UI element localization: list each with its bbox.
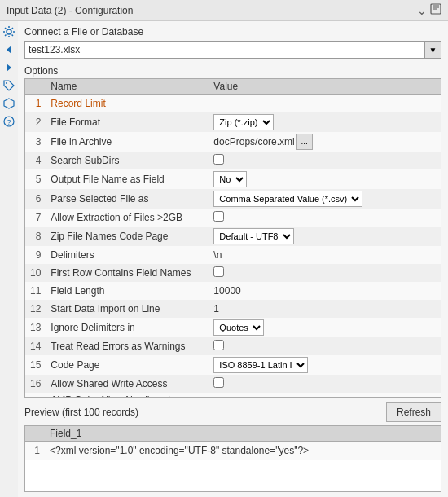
row-number: 10 [25,264,46,282]
row-value[interactable] [209,375,441,393]
refresh-button[interactable]: Refresh [386,402,441,422]
row-select[interactable]: Quotes [213,319,264,336]
row-value[interactable]: Zip (*.zip) [209,112,441,132]
sidebar-arrow-left-icon[interactable] [2,42,16,57]
row-value[interactable]: Default - UTF8 [209,227,441,246]
col-name: Name [46,79,209,95]
sidebar-arrow-right-icon[interactable] [2,60,16,75]
row-value [209,95,441,112]
row-number: 3 [25,132,46,152]
sidebar-gear-icon[interactable] [2,24,16,39]
row-checkbox[interactable] [213,340,224,350]
row-text-value: docProps/core.xml [213,135,294,147]
row-value: 1 [209,300,441,318]
row-number: 9 [25,246,46,264]
preview-col-field1: Field_1 [45,426,441,442]
title-bar: Input Data (2) - Configuration ⌄ [0,0,448,21]
table-row: 15Code PageISO 8859-1 Latin I [25,355,441,375]
svg-text:?: ? [7,118,11,126]
row-name: First Row Contains Field Names [46,264,209,282]
row-checkbox[interactable] [213,211,224,222]
row-name: Delimiters [46,246,209,264]
row-name: Parse Selected File as [46,189,209,209]
row-number: 14 [25,337,46,355]
row-select[interactable]: Default - UTF8 [213,228,294,244]
row-value[interactable] [209,152,441,169]
row-number: 17 [25,393,46,398]
options-label: Options [24,65,441,77]
preview-row-num: 1 [25,442,45,460]
row-name: Allow Shared Write Access [46,375,209,393]
row-name: Treat Read Errors as Warnings [46,337,209,355]
options-table: Name Value 1Record Limit2File FormatZip … [25,79,441,398]
svg-point-7 [6,82,7,84]
preview-table-container: Field_1 1<?xml version="1.0" encoding="U… [24,425,441,492]
preview-header-row: Field_1 [25,426,441,442]
collapse-icon[interactable]: ⌄ [417,4,427,17]
row-value[interactable]: No [209,169,441,189]
table-row: 5Output File Name as FieldNo [25,169,441,189]
row-value[interactable]: docProps/core.xml... [209,132,441,152]
table-row: 12Start Data Import on Line1 [25,300,441,318]
row-value[interactable]: Comma Separated Value (*.csv) [209,189,441,209]
main-container: Connect a File or Database ▼ Options Nam… [18,21,448,497]
row-name: Start Data Import on Line [46,300,209,318]
table-row: 14Treat Read Errors as Warnings [25,337,441,355]
row-value[interactable] [209,209,441,227]
row-number: 11 [25,282,46,300]
sidebar-tag-icon[interactable] [2,78,16,93]
preview-row: 1<?xml version="1.0" encoding="UTF-8" st… [25,442,441,460]
table-row: 10First Row Contains Field Names [25,264,441,282]
row-select[interactable]: ISO 8859-1 Latin I [213,357,308,373]
file-dropdown-btn[interactable]: ▼ [425,41,441,59]
row-value[interactable] [209,393,441,398]
row-number: 2 [25,112,46,132]
row-number: 8 [25,227,46,246]
pin-icon[interactable] [430,3,441,17]
row-number: 4 [25,152,46,169]
options-section: Options Name Value 1Record Limit2File Fo… [24,65,441,398]
row-name: Code Page [46,355,209,375]
row-checkbox[interactable] [213,154,224,165]
preview-section: Preview (first 100 records) Refresh Fiel… [24,402,441,492]
row-number: 6 [25,189,46,209]
row-name: Search SubDirs [46,152,209,169]
browse-button[interactable]: ... [296,134,313,150]
row-select[interactable]: Comma Separated Value (*.csv) [213,191,362,207]
row-name: Zip File Names Code Page [46,227,209,246]
row-value[interactable]: Quotes [209,318,441,337]
sidebar-help-icon[interactable]: ? [2,114,16,129]
row-name: Field Length [46,282,209,300]
sidebar: ? [0,21,18,132]
file-input[interactable] [24,41,425,59]
row-name: AMP Only: Allow Newlines in Quoted Field… [46,393,209,398]
col-num [25,79,46,95]
options-header-row: Name Value [25,79,441,95]
col-value: Value [209,79,441,95]
preview-table: Field_1 1<?xml version="1.0" encoding="U… [25,426,441,460]
sidebar-hex-icon[interactable] [2,96,16,111]
table-row: 6Parse Selected File asComma Separated V… [25,189,441,209]
svg-marker-8 [4,99,14,108]
preview-row-value: <?xml version="1.0" encoding="UTF-8" sta… [45,442,441,460]
row-value[interactable] [209,337,441,355]
row-value[interactable]: ISO 8859-1 Latin I [209,355,441,375]
row-name: Ignore Delimiters in [46,318,209,337]
table-row: 13Ignore Delimiters inQuotes [25,318,441,337]
row-checkbox[interactable] [213,266,224,277]
table-row: 4Search SubDirs [25,152,441,169]
title-text: Input Data (2) - Configuration [7,5,133,16]
preview-col-num [25,426,45,442]
table-row: 2File FormatZip (*.zip) [25,112,441,132]
row-value[interactable] [209,264,441,282]
row-value: \n [209,246,441,264]
table-row: 7Allow Extraction of Files >2GB [25,209,441,227]
row-value: 10000 [209,282,441,300]
row-select[interactable]: Zip (*.zip) [213,114,274,130]
options-table-container: Name Value 1Record Limit2File FormatZip … [24,78,441,398]
connect-label: Connect a File or Database [24,26,441,37]
row-number: 12 [25,300,46,318]
row-select[interactable]: No [213,171,247,187]
row-checkbox[interactable] [213,377,224,388]
svg-point-4 [7,29,11,34]
